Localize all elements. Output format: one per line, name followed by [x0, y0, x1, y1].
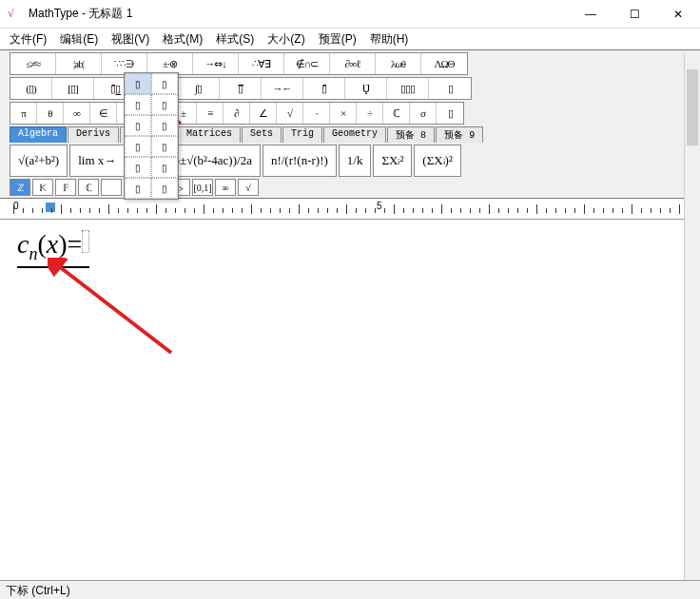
template-tab[interactable]: 预备 8 [387, 126, 435, 143]
template-tab[interactable]: Matrices [178, 126, 241, 143]
annotation-arrow-2 [48, 258, 181, 362]
mini-toolbar-button[interactable] [101, 179, 122, 196]
symbol-palette-button[interactable]: ∈ [90, 103, 117, 124]
template-row: √(a²+b²)lim x→ac(-b±√(b²-4ac))/2an!/(r!(… [10, 145, 696, 177]
symbol-palette-button[interactable]: Ų̂ [345, 78, 387, 99]
fence-opt[interactable]: ▯ [151, 136, 178, 157]
equation-template-button[interactable]: √(a²+b²) [10, 145, 68, 177]
symbol-palette-button[interactable]: [▯] [52, 78, 94, 99]
fence-opt[interactable]: ▯ [125, 94, 151, 115]
fence-opt[interactable]: ▯ [125, 136, 151, 157]
fence-opt[interactable]: ▯ [151, 115, 178, 136]
symbol-palette-button[interactable]: ▯▯▯ [387, 78, 429, 99]
scrollbar-thumb[interactable] [687, 69, 698, 145]
symbol-palette-button[interactable]: →← [262, 78, 303, 99]
horizontal-ruler[interactable]: 0 5 [0, 201, 700, 220]
symbol-palette-button[interactable]: ∞ [64, 103, 90, 124]
template-tab[interactable]: 预备 9 [436, 126, 483, 143]
template-tab[interactable]: Algebra [10, 126, 67, 143]
equation-content[interactable]: cn(x)= [17, 229, 89, 268]
symbol-palette-button[interactable]: λωθ [376, 53, 421, 74]
symbol-palette-button[interactable]: ≤≠≈ [10, 53, 56, 74]
toolbar-area: ≤≠≈¦ab¦∵∴∋±∙⊗→⇔↓∴∀∃∉∩⊂∂∞ℓλωθΛΩΘ (▯)[▯]▯̄… [0, 49, 700, 199]
symbol-palette-button[interactable]: ∫▯ [178, 78, 220, 99]
fence-opt[interactable]: ▯ [151, 178, 178, 199]
equation-template-button[interactable]: lim x→ [69, 145, 125, 177]
symbol-palette-button[interactable]: ∵∴∋ [102, 53, 147, 74]
symbol-palette-button[interactable]: ΛΩΘ [421, 53, 467, 74]
template-tab[interactable]: Derivs [68, 126, 119, 143]
menu-preferences[interactable]: 预置(P) [313, 29, 362, 49]
symbol-palette-row-3: πθ∞∈▯≠±≡∂∠√·×÷ℂσ▯ [10, 102, 696, 125]
symbol-palette-button[interactable]: ∂∞ℓ [330, 53, 376, 74]
symbol-palette-button[interactable]: ∉∩⊂ [284, 53, 330, 74]
status-text: 下标 (Ctrl+L) [6, 584, 70, 597]
fence-opt[interactable]: ▯ [125, 157, 151, 178]
symbol-palette-button[interactable]: (▯) [10, 78, 52, 99]
tab-stop-marker[interactable] [46, 203, 55, 212]
symbol-palette-row-1: ≤≠≈¦ab¦∵∴∋±∙⊗→⇔↓∴∀∃∉∩⊂∂∞ℓλωθΛΩΘ [10, 52, 696, 75]
symbol-palette-button[interactable]: · [303, 103, 330, 124]
symbol-palette-button[interactable]: θ [37, 103, 64, 124]
symbol-palette-button[interactable]: ≡ [197, 103, 224, 124]
mini-toolbar-button[interactable]: √ [238, 179, 259, 196]
vertical-scrollbar[interactable] [684, 53, 700, 580]
symbol-palette-button[interactable]: →⇔↓ [193, 53, 239, 74]
symbol-palette-button[interactable]: ▯ [429, 78, 471, 99]
mini-toolbar-button[interactable]: 𝔽 [55, 179, 76, 196]
symbol-palette-button[interactable]: ÷ [357, 103, 383, 124]
symbol-palette-button[interactable]: ∠ [250, 103, 277, 124]
title-bar: √ MathType - 无标题 1 — ☐ ✕ [0, 0, 700, 29]
maximize-button[interactable]: ☐ [612, 0, 656, 29]
fence-opt[interactable]: ▯ [125, 73, 151, 94]
symbol-palette-button[interactable]: π [10, 103, 37, 124]
template-tab[interactable]: Sets [242, 126, 282, 143]
minimize-button[interactable]: — [569, 0, 612, 29]
symbol-palette-button[interactable]: σ [410, 103, 437, 124]
equation-template-button[interactable]: ΣXᵢ² [373, 145, 412, 177]
template-tab[interactable]: Trig [282, 126, 322, 143]
menu-format[interactable]: 格式(M) [157, 29, 208, 49]
symbol-palette-button[interactable]: ▯̅ [220, 78, 262, 99]
symbol-palette-button[interactable]: ¦ab¦ [56, 53, 102, 74]
menu-style[interactable]: 样式(S) [210, 29, 260, 49]
symbol-palette-button[interactable]: ∴∀∃ [239, 53, 284, 74]
fence-opt[interactable]: ▯ [125, 115, 151, 136]
fence-opt[interactable]: ▯ [151, 157, 178, 178]
svg-line-1 [55, 263, 171, 353]
fence-opt[interactable]: ▯ [151, 73, 178, 94]
mini-toolbar-button[interactable]: 𝕂 [32, 179, 53, 196]
menu-edit[interactable]: 编辑(E) [54, 29, 104, 49]
menu-help[interactable]: 帮助(H) [364, 29, 415, 49]
mini-toolbar: ℤ𝕂𝔽ℂ⊕◁▷[0,1]∞√ [10, 179, 696, 196]
mini-toolbar-button[interactable]: ℤ [10, 179, 30, 196]
fence-opt[interactable]: ▯ [125, 178, 151, 199]
app-title: MathType - 无标题 1 [29, 6, 132, 22]
symbol-palette-button[interactable]: ▯ [437, 103, 463, 124]
template-tab-bar: AlgebraDerivsStaticsMatricesSetsTrigGeom… [10, 126, 696, 143]
app-icon: √ [8, 7, 23, 22]
symbol-palette-button[interactable]: √ [277, 103, 303, 124]
equation-template-button[interactable]: (ΣXᵢ)² [414, 145, 461, 177]
equation-template-button[interactable]: n!/(r!(n-r)!) [262, 145, 337, 177]
equation-editor[interactable]: cn(x)= [0, 220, 700, 554]
fence-opt[interactable]: ▯ [151, 94, 178, 115]
equation-template-button[interactable]: 1/k [339, 145, 372, 177]
menu-file[interactable]: 文件(F) [4, 29, 52, 49]
mini-toolbar-button[interactable]: [0,1] [192, 179, 213, 196]
symbol-palette-button[interactable]: ▯̄ [303, 78, 345, 99]
symbol-palette-button[interactable]: × [330, 103, 357, 124]
symbol-palette-button[interactable]: ℂ [383, 103, 410, 124]
symbol-palette-button[interactable]: ∂ [224, 103, 250, 124]
mini-toolbar-button[interactable]: ℂ [78, 179, 99, 196]
menu-bar: 文件(F) 编辑(E) 视图(V) 格式(M) 样式(S) 大小(Z) 预置(P… [0, 29, 700, 49]
symbol-palette-button[interactable]: ±∙⊗ [147, 53, 193, 74]
menu-size[interactable]: 大小(Z) [262, 29, 310, 49]
menu-view[interactable]: 视图(V) [106, 29, 155, 49]
fence-template-dropdown[interactable]: ▯▯ ▯▯ ▯▯ ▯▯ ▯▯ ▯▯ [124, 72, 179, 200]
template-tab[interactable]: Geometry [323, 126, 386, 143]
insertion-slot[interactable] [82, 230, 89, 253]
mini-toolbar-button[interactable]: ∞ [215, 179, 236, 196]
symbol-palette-row-2: (▯)[▯]▯̄▯̲Σ▯∫▯▯̅→←▯̄Ų̂▯▯▯▯ [10, 77, 696, 100]
close-button[interactable]: ✕ [656, 0, 700, 29]
